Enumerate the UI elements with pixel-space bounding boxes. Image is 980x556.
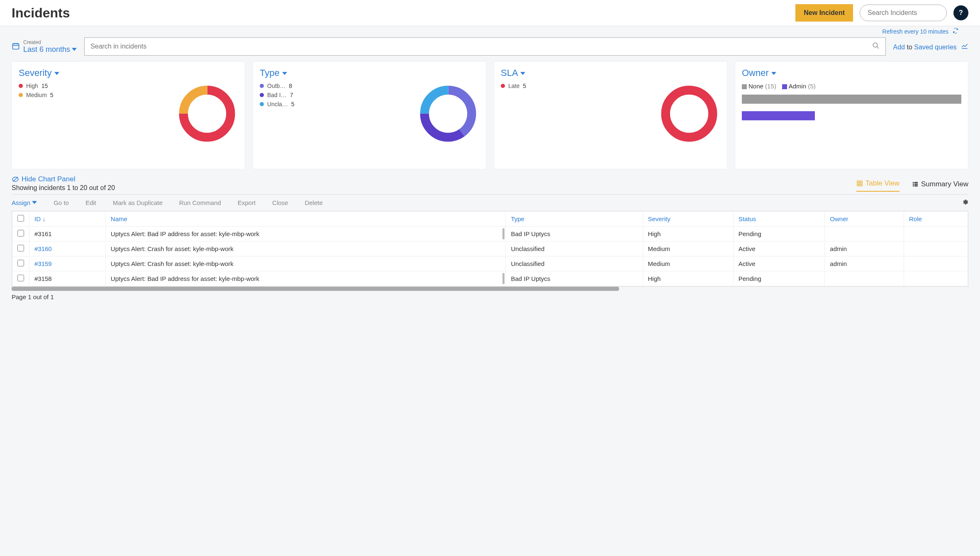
row-checkbox[interactable] <box>17 260 24 266</box>
row-checkbox[interactable] <box>17 230 24 237</box>
chart-icon[interactable] <box>961 44 968 51</box>
owner-bar <box>742 95 961 104</box>
col-severity[interactable]: Severity <box>643 212 733 227</box>
refresh-interval-link[interactable]: Refresh every 10 minutes <box>882 28 949 35</box>
owner-card: Owner None (15)Admin (5) <box>735 61 968 169</box>
summary-view-tab[interactable]: Summary View <box>912 180 968 192</box>
severity-card: Severity High15Medium5 <box>12 61 245 169</box>
row-status: Pending <box>733 227 825 241</box>
legend-dot <box>260 102 264 106</box>
legend-item[interactable]: Medium5 <box>19 92 64 98</box>
created-filter[interactable]: Created Last 6 months <box>12 39 77 54</box>
edit-action[interactable]: Edit <box>85 199 96 206</box>
row-id[interactable]: #3158 <box>29 271 106 286</box>
row-name: Uptycs Alert: Crash for asset: kyle-mbp-… <box>105 241 506 256</box>
legend-count: 15 <box>41 83 48 89</box>
select-all-checkbox[interactable] <box>17 215 24 222</box>
row-checkbox[interactable] <box>17 245 24 251</box>
delete-action[interactable]: Delete <box>305 199 322 206</box>
type-title[interactable]: Type <box>260 68 479 78</box>
search-in-incidents-input[interactable] <box>90 42 872 51</box>
owner-legend-item[interactable]: Admin (5) <box>782 83 816 90</box>
owner-title[interactable]: Owner <box>742 68 961 78</box>
hide-chart-panel-button[interactable]: Hide Chart Panel <box>12 175 115 183</box>
row-status: Active <box>733 241 825 256</box>
created-value: Last 6 months <box>23 45 70 54</box>
col-id[interactable]: ID ↓ <box>29 212 106 227</box>
refresh-icon[interactable] <box>953 28 958 35</box>
sla-title[interactable]: SLA <box>501 68 720 78</box>
row-type: Unclassified <box>506 256 643 271</box>
incidents-table: ID ↓ Name Type Severity Status Owner Rol… <box>12 211 968 287</box>
owner-bar <box>742 111 815 120</box>
sla-card: SLA Late5 <box>494 61 727 169</box>
saved-queries-mid: to <box>907 44 912 51</box>
help-icon[interactable]: ? <box>953 5 968 20</box>
type-donut <box>417 83 479 145</box>
legend-count: 8 <box>289 83 292 89</box>
legend-item[interactable]: Late5 <box>501 83 546 89</box>
pager-text: Page 1 out of 1 <box>0 291 980 309</box>
legend-count: 5 <box>523 83 526 89</box>
legend-label: Uncla… <box>267 101 288 107</box>
row-checkbox[interactable] <box>17 275 24 281</box>
table-row[interactable]: #3160Uptycs Alert: Crash for asset: kyle… <box>12 241 968 256</box>
row-owner: admin <box>825 241 904 256</box>
export-action[interactable]: Export <box>238 199 256 206</box>
legend-item[interactable]: Uncla…5 <box>260 101 305 107</box>
close-action[interactable]: Close <box>272 199 288 206</box>
search-icon[interactable] <box>872 42 880 51</box>
svg-rect-19 <box>913 184 914 185</box>
legend-square <box>742 84 747 89</box>
table-row[interactable]: #3158Uptycs Alert: Bad IP address for as… <box>12 271 968 286</box>
run-command-action[interactable]: Run Command <box>179 199 221 206</box>
duplicate-action[interactable]: Mark as Duplicate <box>113 199 163 206</box>
svg-rect-22 <box>914 184 918 185</box>
col-status[interactable]: Status <box>733 212 825 227</box>
row-name: Uptycs Alert: Bad IP address for asset: … <box>105 271 506 286</box>
legend-item[interactable]: Outb…8 <box>260 83 305 89</box>
owner-legend-item[interactable]: None (15) <box>742 83 776 90</box>
legend-count: 5 <box>50 92 54 98</box>
created-label: Created <box>23 39 77 45</box>
horizontal-scrollbar[interactable] <box>12 287 619 291</box>
col-role[interactable]: Role <box>904 212 968 227</box>
col-name[interactable]: Name <box>105 212 506 227</box>
severity-title[interactable]: Severity <box>19 68 238 78</box>
col-owner[interactable]: Owner <box>825 212 904 227</box>
col-type[interactable]: Type <box>506 212 643 227</box>
row-severity: High <box>643 227 733 241</box>
goto-action[interactable]: Go to <box>54 199 69 206</box>
legend-label: Bad I… <box>267 92 287 98</box>
row-name: Uptycs Alert: Bad IP address for asset: … <box>105 227 506 241</box>
svg-rect-23 <box>914 185 918 187</box>
showing-text: Showing incidents 1 to 20 out of 20 <box>12 184 115 192</box>
row-id[interactable]: #3160 <box>29 241 106 256</box>
table-view-tab[interactable]: Table View <box>856 179 900 192</box>
legend-dot <box>19 93 23 97</box>
legend-dot <box>501 84 505 88</box>
saved-queries-link[interactable]: Saved queries <box>914 44 956 51</box>
search-incidents-input[interactable] <box>860 5 947 21</box>
legend-dot <box>260 84 264 88</box>
legend-count: 7 <box>290 92 293 98</box>
legend-count: 5 <box>291 101 295 107</box>
legend-label: Late <box>508 83 519 89</box>
sla-donut <box>658 83 720 145</box>
row-id[interactable]: #3161 <box>29 227 106 241</box>
page-header: Incidents New Incident ? <box>0 0 980 26</box>
legend-dot <box>260 93 264 97</box>
assign-action[interactable]: Assign <box>12 199 37 206</box>
add-link[interactable]: Add <box>893 44 905 51</box>
table-row[interactable]: #3161Uptycs Alert: Bad IP address for as… <box>12 227 968 241</box>
table-row[interactable]: #3159Uptycs Alert: Crash for asset: kyle… <box>12 256 968 271</box>
new-incident-button[interactable]: New Incident <box>795 4 853 22</box>
legend-item[interactable]: Bad I…7 <box>260 92 305 98</box>
search-in-incidents-container <box>84 37 885 56</box>
row-id[interactable]: #3159 <box>29 256 106 271</box>
legend-label: Outb… <box>267 83 285 89</box>
svg-rect-20 <box>913 185 914 187</box>
legend-item[interactable]: High15 <box>19 83 64 89</box>
gear-icon[interactable] <box>962 199 968 207</box>
svg-point-4 <box>873 43 878 47</box>
